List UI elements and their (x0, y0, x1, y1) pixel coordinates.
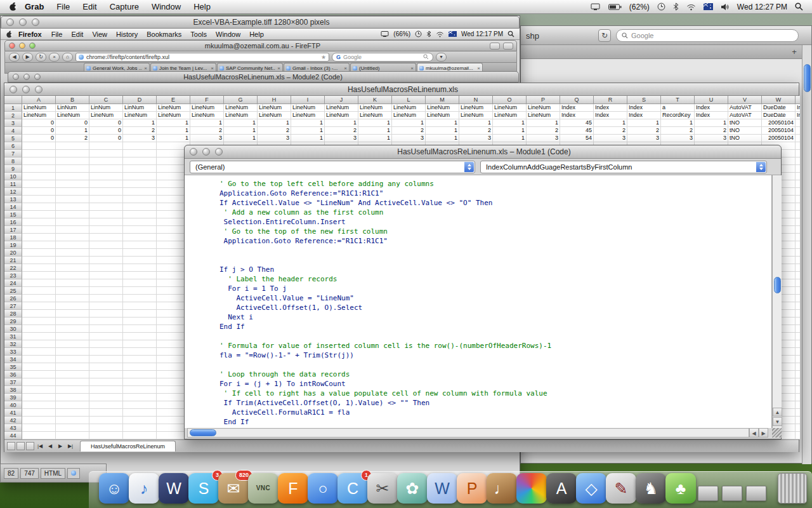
menu-view[interactable]: View (92, 30, 107, 38)
grid-cell[interactable] (89, 333, 123, 340)
grid-cell[interactable] (89, 310, 123, 318)
minimized-window[interactable] (698, 486, 718, 501)
grid-cell[interactable] (22, 264, 56, 272)
grid-cell[interactable] (796, 142, 800, 150)
grid-cell[interactable] (22, 203, 56, 211)
dock-icon-scissors[interactable]: ✂ (367, 473, 398, 504)
grid-cell[interactable] (123, 295, 157, 302)
grid-cell[interactable] (796, 180, 800, 188)
grid-cell[interactable] (22, 325, 56, 333)
row-header[interactable]: 21 (4, 257, 22, 264)
grid-cell[interactable] (56, 417, 89, 424)
grid-cell[interactable] (796, 196, 800, 203)
grid-cell[interactable] (89, 318, 123, 325)
grid-cell[interactable]: LineNum (258, 112, 291, 119)
dropdown-stepper-icon[interactable] (756, 162, 766, 172)
grid-cell[interactable] (796, 356, 800, 363)
grid-cell[interactable] (22, 386, 56, 394)
grid-cell[interactable] (89, 386, 123, 394)
grid-cell[interactable] (796, 150, 800, 157)
grid-cell[interactable] (56, 234, 89, 241)
column-header[interactable]: E (157, 96, 190, 104)
column-header[interactable]: N (459, 96, 493, 104)
dock-icon-garageband[interactable]: ♩ (487, 473, 517, 504)
grid-cell[interactable]: 1 (358, 119, 392, 127)
grid-cell[interactable] (796, 264, 800, 272)
row-header[interactable]: 35 (4, 363, 22, 371)
grid-cell[interactable]: 3 (627, 135, 661, 142)
row-header[interactable]: 18 (4, 234, 22, 241)
grid-cell[interactable] (796, 394, 800, 401)
grid-cell[interactable]: LineNum (493, 104, 527, 112)
dock-icon-finder[interactable]: ☺ (99, 473, 129, 504)
grid-cell[interactable] (22, 409, 56, 417)
row-header[interactable]: 23 (4, 272, 22, 279)
column-header[interactable]: B (56, 96, 89, 104)
grid-cell[interactable] (89, 401, 123, 409)
sheet-view-button[interactable] (7, 442, 15, 450)
grid-cell[interactable] (56, 424, 89, 432)
grid-cell[interactable]: 1 (695, 119, 728, 127)
row-header[interactable]: 8 (4, 157, 22, 165)
grid-cell[interactable]: 3 (661, 135, 695, 142)
row-header[interactable]: 1 (4, 104, 22, 112)
zoom-button[interactable] (35, 86, 43, 93)
grid-cell[interactable]: Index (695, 112, 728, 119)
grid-cell[interactable]: 45 (560, 127, 594, 135)
grid-cell[interactable] (89, 188, 123, 196)
grid-cell[interactable] (22, 196, 56, 203)
grid-cell[interactable] (89, 279, 123, 287)
dock-icon-green-app[interactable]: ♣ (665, 473, 696, 504)
toolbar-toggle-button[interactable] (490, 43, 500, 50)
input-flag-icon[interactable] (704, 3, 713, 10)
vba-code-editor[interactable]: ' Go to the top left cell before adding … (185, 175, 772, 428)
grid-cell[interactable] (796, 340, 800, 348)
grid-cell[interactable] (796, 310, 800, 318)
column-header[interactable]: Q (560, 96, 594, 104)
grid-cell[interactable] (796, 157, 800, 165)
grid-cell[interactable]: LinNum (123, 104, 157, 112)
grid-cell[interactable] (123, 165, 157, 173)
grid-cell[interactable] (56, 378, 89, 386)
grid-cell[interactable] (22, 378, 56, 386)
grid-cell[interactable] (89, 264, 123, 272)
grid-cell[interactable] (22, 401, 56, 409)
grid-cell[interactable] (56, 142, 89, 150)
grid-cell[interactable] (123, 264, 157, 272)
grid-cell[interactable] (796, 287, 800, 295)
grid-cell[interactable] (89, 340, 123, 348)
zoom-button[interactable] (32, 18, 39, 26)
grid-cell[interactable]: 1 (358, 127, 392, 135)
grid-cell[interactable]: tNO (728, 135, 762, 142)
apple-menu-icon[interactable] (9, 2, 18, 11)
grid-cell[interactable] (796, 417, 800, 424)
grid-cell[interactable] (123, 150, 157, 157)
column-header[interactable]: C (89, 96, 123, 104)
row-header[interactable]: 22 (4, 264, 22, 272)
grid-cell[interactable]: 20050104 (762, 119, 796, 127)
grid-cell[interactable] (796, 127, 800, 135)
grid-cell[interactable] (123, 417, 157, 424)
grid-cell[interactable] (56, 432, 89, 439)
grid-cell[interactable] (22, 340, 56, 348)
grid-cell[interactable] (89, 424, 123, 432)
row-header[interactable]: 41 (4, 409, 22, 417)
grid-cell[interactable]: 2 (56, 135, 89, 142)
grid-cell[interactable] (22, 150, 56, 157)
grid-cell[interactable]: LineNum (392, 112, 426, 119)
dock-icon-aperture[interactable]: A (546, 473, 577, 504)
grid-cell[interactable] (89, 150, 123, 157)
row-header[interactable]: 27 (4, 302, 22, 310)
grid-cell[interactable] (796, 173, 800, 180)
dock-icon-chess[interactable]: ♞ (636, 473, 666, 504)
grid-cell[interactable]: 2 (627, 127, 661, 135)
close-button[interactable] (10, 86, 17, 93)
grid-cell[interactable]: LineNum (459, 112, 493, 119)
grid-cell[interactable] (796, 218, 800, 226)
grid-cell[interactable] (123, 310, 157, 318)
grid-cell[interactable] (22, 157, 56, 165)
grid-cell[interactable] (22, 394, 56, 401)
column-header[interactable]: D (123, 96, 157, 104)
grid-cell[interactable] (22, 417, 56, 424)
tab-close-icon[interactable]: × (277, 65, 280, 71)
